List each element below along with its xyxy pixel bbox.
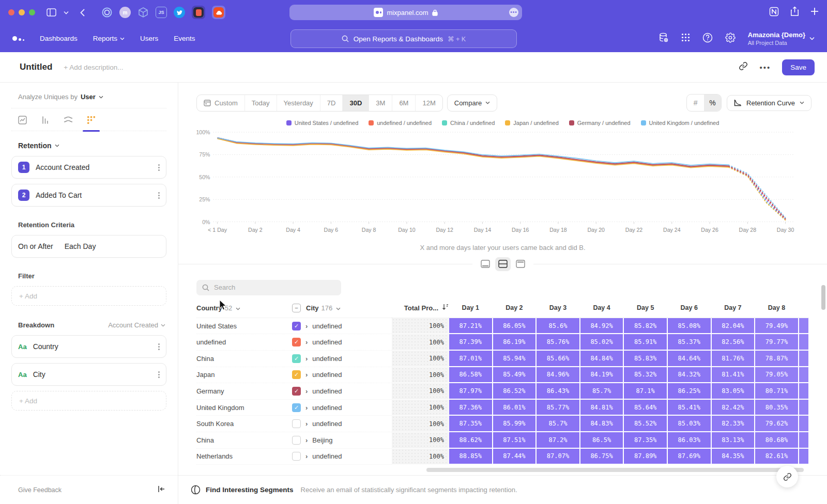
retention-value-cell[interactable]: 85.64% bbox=[623, 400, 667, 416]
table-row-country[interactable]: undefined bbox=[196, 334, 292, 351]
table-row-city[interactable]: ✓› undefined bbox=[292, 334, 392, 351]
row-checkbox-checked[interactable]: ✓ bbox=[292, 338, 301, 346]
chart-type-selector[interactable]: Retention Curve bbox=[727, 95, 811, 111]
share-icon[interactable] bbox=[790, 6, 799, 19]
row-checkbox-unchecked[interactable] bbox=[292, 419, 301, 428]
address-bar[interactable]: mixpanel.com ••• bbox=[289, 5, 522, 20]
retention-value-cell[interactable]: 86.43% bbox=[536, 383, 580, 400]
expand-row-icon[interactable]: › bbox=[305, 420, 308, 428]
retention-value-cell[interactable]: 85.76% bbox=[536, 334, 580, 351]
tab-flows-icon[interactable] bbox=[64, 116, 73, 131]
nav-item-dashboards[interactable]: Dashboards bbox=[40, 35, 78, 42]
retention-value-cell[interactable]: 86.75% bbox=[580, 449, 624, 465]
kebab-menu-icon[interactable] bbox=[158, 192, 160, 199]
add-filter-button[interactable]: + Add bbox=[11, 286, 166, 306]
retention-value-cell[interactable]: 81.76% bbox=[711, 351, 755, 367]
retention-value-cell[interactable]: 86.52% bbox=[493, 383, 537, 400]
table-row-country[interactable]: South Korea bbox=[196, 416, 292, 432]
retention-value-cell[interactable]: 87.89% bbox=[623, 449, 667, 465]
retention-value-cell[interactable]: 84.83% bbox=[580, 416, 624, 432]
retention-chart[interactable]: 100%75%50%25%0%< 1 DayDay 2Day 4Day 6Day… bbox=[181, 128, 811, 241]
save-button[interactable]: Save bbox=[782, 59, 815, 75]
range-button-30d[interactable]: 30D bbox=[343, 95, 369, 111]
day-column-header[interactable]: Day 2 bbox=[493, 298, 537, 318]
report-title[interactable]: Untitled bbox=[20, 62, 52, 72]
retention-value-cell[interactable]: 85.52% bbox=[623, 416, 667, 432]
retention-value-cell[interactable]: 85.66% bbox=[536, 351, 580, 367]
retention-value-cell[interactable]: 87.2% bbox=[536, 432, 580, 449]
legend-item[interactable]: undefined / undefined bbox=[369, 120, 432, 126]
retention-value-cell[interactable]: 86.25% bbox=[667, 383, 711, 400]
kebab-menu-icon[interactable] bbox=[158, 371, 160, 378]
row-checkbox-checked[interactable]: ✓ bbox=[292, 370, 301, 379]
retention-value-cell[interactable]: 83.05% bbox=[711, 383, 755, 400]
retention-value-cell[interactable]: 79.05% bbox=[755, 367, 799, 384]
range-button-3m[interactable]: 3M bbox=[369, 95, 392, 111]
retention-value-cell[interactable]: 80.35% bbox=[755, 400, 799, 416]
country-column-header[interactable]: Country52 bbox=[196, 298, 292, 318]
copy-link-icon[interactable] bbox=[739, 61, 748, 73]
step-event-label[interactable]: Account Created bbox=[36, 163, 89, 171]
layout-table-only-button[interactable] bbox=[513, 257, 528, 271]
analyze-uniques-row[interactable]: Analyze Uniques by User bbox=[11, 83, 166, 108]
retention-value-cell[interactable]: 80.71% bbox=[755, 383, 799, 400]
data-management-icon[interactable] bbox=[658, 33, 669, 45]
expand-row-icon[interactable]: › bbox=[305, 436, 308, 444]
segments-title[interactable]: Find Interesting Segments bbox=[206, 486, 294, 494]
expand-row-icon[interactable]: › bbox=[305, 387, 308, 395]
retention-value-cell[interactable]: 86.19% bbox=[493, 334, 537, 351]
window-controls[interactable] bbox=[8, 9, 35, 15]
expand-row-icon[interactable]: › bbox=[305, 355, 308, 363]
retention-value-cell[interactable]: 86.03% bbox=[667, 432, 711, 449]
zoom-window-button[interactable] bbox=[29, 9, 35, 15]
breakdown-event-selector[interactable]: Account Created bbox=[108, 321, 166, 329]
row-checkbox-checked[interactable]: ✓ bbox=[292, 387, 301, 396]
table-row-city[interactable]: ✓› undefined bbox=[292, 367, 392, 384]
retention-value-cell[interactable]: 82.56% bbox=[711, 334, 755, 351]
table-row-country[interactable]: United States bbox=[196, 318, 292, 335]
retention-value-cell[interactable]: 84.19% bbox=[580, 367, 624, 384]
total-column-header[interactable]: Total Pro... bbox=[392, 298, 449, 318]
retention-value-cell[interactable]: 86.05% bbox=[493, 318, 537, 335]
retention-value-cell[interactable]: 87.97% bbox=[449, 383, 493, 400]
retention-value-cell[interactable]: 87.35% bbox=[449, 416, 493, 432]
retention-value-cell[interactable]: 84.35% bbox=[711, 449, 755, 465]
extension-cube-icon[interactable] bbox=[137, 7, 149, 18]
give-feedback-link[interactable]: Give Feedback bbox=[18, 486, 62, 494]
retention-value-cell[interactable]: 87.21% bbox=[449, 318, 493, 335]
retention-section-header[interactable]: Retention bbox=[11, 131, 166, 156]
retention-value-cell[interactable]: 87.07% bbox=[536, 449, 580, 465]
tab-retention-icon[interactable] bbox=[87, 116, 96, 131]
step-event-label[interactable]: Added To Cart bbox=[36, 191, 82, 199]
retention-value-cell[interactable]: 87.44% bbox=[493, 449, 537, 465]
vertical-scrollbar[interactable] bbox=[821, 285, 825, 310]
compare-button[interactable]: Compare bbox=[447, 94, 497, 112]
retention-value-cell[interactable]: 85.32% bbox=[623, 367, 667, 384]
retention-value-cell[interactable]: 87.51% bbox=[493, 432, 537, 449]
table-row-city[interactable]: › Beijing bbox=[292, 432, 392, 449]
range-button-7d[interactable]: 7D bbox=[320, 95, 343, 111]
table-row-country[interactable]: Netherlands bbox=[196, 449, 292, 465]
retention-value-cell[interactable]: 84.96% bbox=[536, 367, 580, 384]
sidebar-toggle-icon[interactable] bbox=[47, 8, 56, 17]
retention-value-cell[interactable]: 88.85% bbox=[449, 449, 493, 465]
nav-item-events[interactable]: Events bbox=[174, 35, 195, 42]
legend-item[interactable]: Germany / undefined bbox=[569, 120, 631, 126]
project-switcher[interactable]: Amazonia {Demo} All Project Data bbox=[748, 31, 815, 46]
retention-value-cell[interactable]: 79.62% bbox=[755, 416, 799, 432]
row-checkbox-unchecked[interactable] bbox=[292, 452, 301, 461]
more-actions-button[interactable]: ••• bbox=[759, 63, 771, 72]
retention-value-cell[interactable]: 87.01% bbox=[449, 351, 493, 367]
retention-value-cell[interactable]: 87.1% bbox=[623, 383, 667, 400]
row-checkbox-checked[interactable]: ✓ bbox=[292, 354, 301, 363]
settings-gear-icon[interactable] bbox=[725, 33, 736, 45]
row-checkbox-checked[interactable]: ✓ bbox=[292, 322, 301, 330]
toggle-count-button[interactable]: # bbox=[687, 94, 704, 111]
retention-value-cell[interactable]: 86.58% bbox=[449, 367, 493, 384]
breakdown-property-label[interactable]: City bbox=[33, 370, 45, 379]
day-column-header[interactable]: Day 6 bbox=[667, 298, 711, 318]
back-button-icon[interactable] bbox=[80, 9, 85, 17]
table-row-city[interactable]: ✓› undefined bbox=[292, 318, 392, 335]
help-icon[interactable] bbox=[702, 33, 713, 45]
table-row-country[interactable]: Germany bbox=[196, 383, 292, 400]
